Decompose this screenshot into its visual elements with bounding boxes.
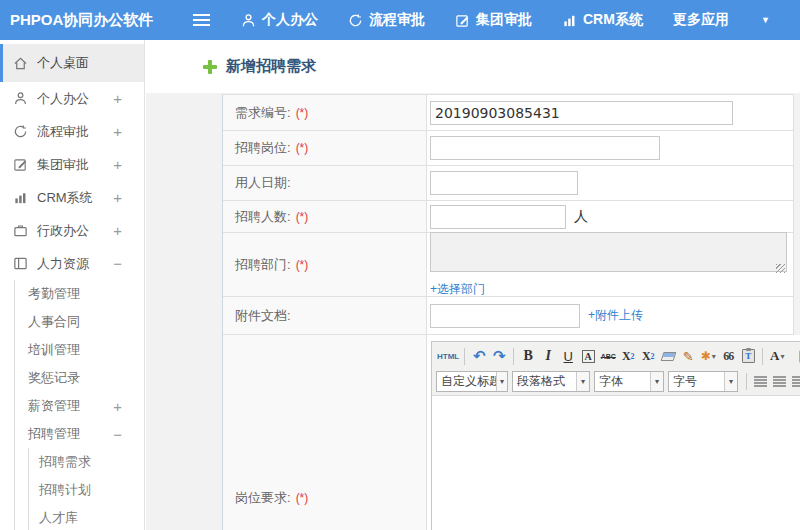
headcount-unit: 人	[574, 208, 588, 226]
align-center-button[interactable]	[773, 376, 786, 387]
highlight-color-button[interactable]: ✱▾	[699, 346, 717, 366]
clipboard-icon: T	[742, 349, 755, 363]
sidebar-subitem-attendance[interactable]: 考勤管理	[15, 280, 144, 308]
edit-icon	[13, 157, 37, 172]
demand-no-input[interactable]	[430, 101, 733, 125]
department-textarea-wrap	[430, 232, 787, 276]
field-label-department: 招聘部门: (*)	[223, 233, 427, 296]
paragraph-format-select[interactable]: 段落格式▾	[512, 371, 590, 392]
attachment-upload-link[interactable]: +附件上传	[588, 307, 643, 324]
underline-button[interactable]: U	[559, 346, 577, 366]
caret-down-icon[interactable]: ▼	[761, 15, 770, 25]
select-label: 字号	[669, 373, 701, 390]
sidebar-subitem-rewards[interactable]: 奖惩记录	[15, 364, 144, 392]
remove-format-button[interactable]	[659, 346, 677, 366]
sidebar-item-admin-office[interactable]: 行政办公 +	[0, 214, 144, 247]
font-color-button[interactable]: A▾	[768, 346, 786, 366]
nav-item-personal-office[interactable]: 个人办公	[241, 11, 318, 29]
nav-item-crm[interactable]: CRM系统	[562, 11, 643, 29]
expand-icon[interactable]: +	[113, 156, 122, 173]
boxed-a-button[interactable]: A	[579, 346, 597, 366]
expand-icon[interactable]: +	[113, 398, 122, 415]
align-right-button[interactable]	[792, 376, 800, 387]
sidebar-subitem-hr-contract[interactable]: 人事合同	[15, 308, 144, 336]
sidebar-subitem-training[interactable]: 培训管理	[15, 336, 144, 364]
attachment-input[interactable]	[430, 304, 580, 328]
sidebar-subitem-recruit-plan[interactable]: 招聘计划	[29, 476, 144, 504]
italic-button[interactable]: I	[539, 346, 557, 366]
required-mark: (*)	[296, 210, 309, 224]
sidebar-item-group-approval[interactable]: 集团审批 +	[0, 148, 144, 181]
subitem-label: 奖惩记录	[28, 369, 80, 387]
editor-toolbar: HTML ↶ ↷ B I U A ABC X2	[432, 342, 800, 396]
headcount-input[interactable]	[430, 205, 566, 229]
sidebar-item-process-approval[interactable]: 流程审批 +	[0, 115, 144, 148]
bold-button[interactable]: B	[519, 346, 537, 366]
bar-chart-icon	[562, 13, 577, 28]
heading-select[interactable]: 自定义标题▾	[436, 371, 508, 392]
hire-date-input[interactable]	[430, 171, 578, 195]
field-value: +选择部门	[427, 233, 793, 296]
field-label-requirements: 岗位要求: (*)	[223, 335, 427, 530]
field-value	[427, 131, 793, 165]
sidebar-subitem-talent-pool[interactable]: 人才库	[29, 504, 144, 530]
paste-from-word-button[interactable]: T	[739, 346, 757, 366]
redo-button[interactable]: ↷	[490, 346, 508, 366]
sidebar-item-label: 集团审批	[37, 156, 89, 174]
label-text: 需求编号:	[235, 104, 291, 122]
nav-item-group-approval[interactable]: 集团审批	[455, 11, 532, 29]
expand-icon[interactable]: +	[113, 90, 122, 107]
field-label-position: 招聘岗位: (*)	[223, 131, 427, 165]
expand-icon[interactable]: +	[113, 189, 122, 206]
home-icon	[13, 56, 37, 71]
sidebar-item-hr[interactable]: 人力资源 −	[0, 247, 144, 280]
label-text: 招聘人数:	[235, 208, 291, 226]
position-input[interactable]	[430, 136, 660, 160]
editor-content[interactable]	[432, 396, 800, 530]
nav-item-label: 流程审批	[369, 11, 425, 29]
label-text: 岗位要求:	[235, 489, 291, 507]
nav-item-process-approval[interactable]: 流程审批	[348, 11, 425, 29]
nav-item-more-apps[interactable]: 更多应用	[673, 11, 729, 29]
hamburger-menu-button[interactable]	[193, 14, 211, 26]
undo-button[interactable]: ↶	[470, 346, 488, 366]
required-mark: (*)	[296, 141, 309, 155]
sidebar-subitem-salary[interactable]: 薪资管理+	[15, 392, 144, 420]
toolbar-separator	[513, 348, 514, 365]
subitem-label: 人才库	[39, 509, 78, 527]
collapse-icon[interactable]: −	[113, 255, 122, 272]
department-textarea[interactable]	[430, 232, 787, 272]
strikethrough-button[interactable]: ABC	[599, 346, 617, 366]
sidebar-item-personal-desktop[interactable]: 个人桌面	[0, 44, 144, 82]
sidebar-item-personal-office[interactable]: 个人办公 +	[0, 82, 144, 115]
sidebar-item-label: 人力资源	[37, 255, 89, 273]
expand-icon[interactable]: +	[113, 222, 122, 239]
superscript-button[interactable]: X2	[619, 346, 637, 366]
collapse-icon[interactable]: −	[113, 426, 122, 443]
book-icon	[13, 256, 37, 271]
font-family-select[interactable]: 字体▾	[594, 371, 664, 392]
eraser-icon	[660, 352, 676, 361]
sidebar-item-label: 流程审批	[37, 123, 89, 141]
font-size-select[interactable]: 字号▾	[668, 371, 738, 392]
subscript-button[interactable]: X2	[639, 346, 657, 366]
sidebar-subitem-recruit-demand[interactable]: 招聘需求	[29, 448, 144, 476]
edit-icon	[455, 13, 470, 28]
caret-down-icon: ▾	[576, 372, 589, 391]
top-nav: 个人办公 流程审批 集团审批 CRM系统 更多应用 ▼	[241, 11, 790, 29]
nav-item-label: 更多应用	[673, 11, 729, 29]
form-row-demand-no: 需求编号: (*)	[223, 95, 793, 131]
caret-down-icon: ▾	[780, 352, 784, 361]
align-left-button[interactable]	[754, 376, 767, 387]
format-brush-button[interactable]: ✎	[679, 346, 697, 366]
sidebar-item-crm[interactable]: CRM系统 +	[0, 181, 144, 214]
page-header: 新增招聘需求	[146, 40, 800, 93]
select-department-link[interactable]: +选择部门	[430, 281, 485, 298]
subitem-label: 培训管理	[28, 341, 80, 359]
expand-icon[interactable]: +	[113, 123, 122, 140]
page-title: 新增招聘需求	[226, 57, 316, 76]
sidebar-subitem-recruit-mgmt[interactable]: 招聘管理−	[15, 420, 144, 448]
html-source-button[interactable]: HTML	[437, 346, 459, 366]
sidebar-item-label: CRM系统	[37, 189, 93, 207]
blockquote-button[interactable]: 66	[719, 346, 737, 366]
